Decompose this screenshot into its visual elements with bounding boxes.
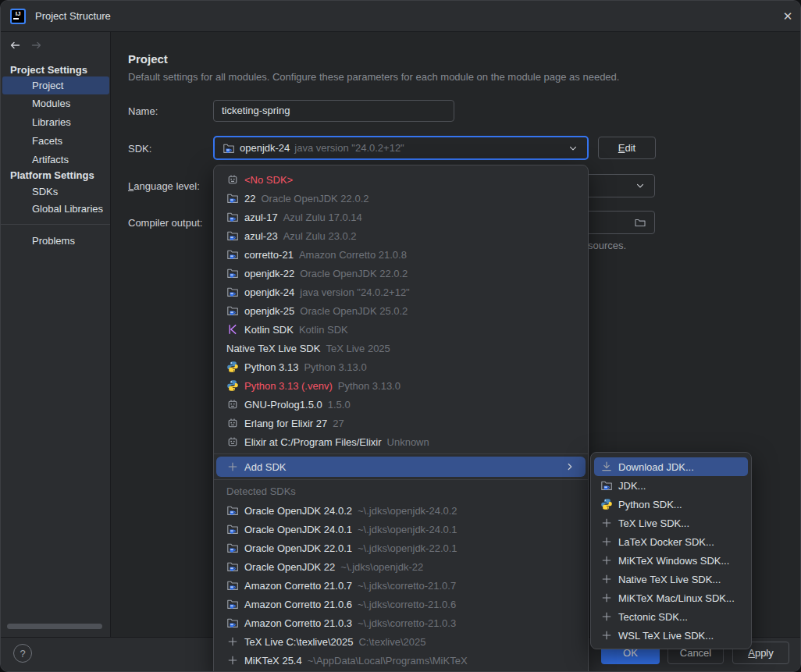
sdk-option[interactable]: 22Oracle OpenJDK 22.0.2 <box>214 189 588 208</box>
sdk-version: Azul Zulu 23.0.2 <box>283 230 357 242</box>
detected-sdk-option[interactable]: Oracle OpenJDK 24.0.2~\.jdks\openjdk-24.… <box>214 501 588 520</box>
add-sdk-menu-item[interactable]: Tectonic SDK... <box>594 607 748 626</box>
sdk-option[interactable]: openjdk-24java version "24.0.2+12" <box>214 283 588 301</box>
forward-arrow-icon[interactable] <box>30 39 43 52</box>
menu-item-label: TeX Live SDK... <box>618 517 689 529</box>
menu-item-label: MiKTeX Mac/Linux SDK... <box>618 592 735 604</box>
page-description: Default settings for all modules. Config… <box>128 71 619 83</box>
add-sdk-menu-item[interactable]: MiKTeX Windows SDK... <box>594 551 748 570</box>
sdk-name: 22 <box>244 193 255 204</box>
add-sdk-menu-item[interactable]: WSL TeX Live SDK... <box>594 626 748 645</box>
sdk-name: Amazon Corretto 21.0.7 <box>244 580 352 592</box>
sdk-option[interactable]: Kotlin SDKKotlin SDK <box>214 320 588 339</box>
sidebar-item-artifacts[interactable]: Artifacts <box>2 151 109 169</box>
python-icon <box>600 498 613 510</box>
sdk-name: Amazon Corretto 21.0.3 <box>244 617 352 629</box>
sdk-version: java version "24.0.2+12" <box>300 286 409 298</box>
sidebar-item-libraries[interactable]: Libraries <box>2 113 109 131</box>
sidebar-item-global-libraries[interactable]: Global Libraries <box>2 200 109 218</box>
sdk-icon <box>226 173 239 186</box>
detected-sdks-header: Detected SDKs <box>214 482 588 501</box>
add-sdk-menu-item[interactable]: MiKTeX Mac/Linux SDK... <box>594 588 748 607</box>
project-name-input[interactable]: ticketing-spring <box>213 100 454 122</box>
menu-item-label: MiKTeX Windows SDK... <box>618 555 729 567</box>
sdk-option[interactable]: Erlang for Elixir 2727 <box>214 414 588 432</box>
sdk-option[interactable]: Native TeX Live SDKTeX Live 2025 <box>214 339 588 357</box>
sidebar-item-sdks[interactable]: SDKs <box>2 183 109 201</box>
python-icon <box>226 379 239 392</box>
detected-sdk-option[interactable]: Oracle OpenJDK 22.0.1~\.jdks\openjdk-22.… <box>214 539 588 557</box>
sidebar-item-facets[interactable]: Facets <box>2 132 109 150</box>
jdk-icon <box>226 267 239 279</box>
sdk-selected-version: java version "24.0.2+12" <box>294 142 404 154</box>
sdk-option[interactable]: Elixir at C:/Program Files/ElixirUnknown <box>214 432 588 451</box>
sidebar-item-modules[interactable]: Modules <box>2 94 109 112</box>
add-sdk-label: Add SDK <box>244 461 286 473</box>
jdk-icon <box>226 211 239 223</box>
add-sdk-item[interactable]: Add SDK <box>216 457 586 477</box>
sdk-version: ~\.jdks\corretto-21.0.7 <box>358 580 456 592</box>
sdk-name: Oracle OpenJDK 22.0.1 <box>244 542 352 554</box>
sdk-version: ~\AppData\Local\Programs\MiKTeX <box>308 655 468 667</box>
chevron-right-icon <box>564 460 576 473</box>
add-sdk-menu-item[interactable]: JDK... <box>594 476 748 495</box>
menu-item-label: WSL TeX Live SDK... <box>618 630 714 642</box>
jdk-icon <box>226 579 239 592</box>
detected-sdk-option[interactable]: Amazon Corretto 21.0.3~\.jdks\corretto-2… <box>214 613 588 632</box>
add-sdk-menu-item[interactable]: Native TeX Live SDK... <box>594 570 748 588</box>
name-label: Name: <box>128 105 158 117</box>
sdk-version: 1.5.0 <box>328 399 351 411</box>
sidebar-horizontal-scrollbar[interactable] <box>7 624 102 629</box>
detected-sdk-option[interactable]: Oracle OpenJDK 24.0.1~\.jdks\openjdk-24.… <box>214 520 588 539</box>
detected-sdk-option[interactable]: MiKTeX 25.4~\AppData\Local\Programs\MiKT… <box>214 651 588 670</box>
sdk-option[interactable]: corretto-21Amazon Corretto 21.0.8 <box>214 245 588 264</box>
sdk-option[interactable]: <No SDK> <box>214 170 588 189</box>
sidebar: Project Settings Project Modules Librari… <box>1 32 111 637</box>
back-arrow-icon[interactable] <box>9 39 21 52</box>
add-sdk-menu-item[interactable]: Python SDK... <box>594 495 748 514</box>
sdk-version: ~\.jdks\corretto-21.0.6 <box>358 599 456 610</box>
sdk-option[interactable]: azul-23Azul Zulu 23.0.2 <box>214 226 588 245</box>
detected-sdk-option[interactable]: Amazon Corretto 21.0.7~\.jdks\corretto-2… <box>214 576 588 595</box>
edit-sdk-button[interactable]: Edit <box>598 137 656 159</box>
intellij-logo-icon: IJ <box>10 9 26 24</box>
detected-sdk-option[interactable]: Oracle OpenJDK 22~\.jdks\openjdk-22 <box>214 557 588 576</box>
sdk-icon <box>226 398 239 411</box>
sidebar-item-problems[interactable]: Problems <box>2 232 109 250</box>
sdk-selected-name: openjdk-24 <box>240 142 290 154</box>
sdk-option[interactable]: openjdk-25Oracle OpenJDK 25.0.2 <box>214 301 588 320</box>
jdk-icon <box>226 523 239 535</box>
detected-sdk-option[interactable]: TeX Live C:\texlive\2025C:\texlive\2025 <box>214 632 588 651</box>
jdk-icon <box>226 504 239 517</box>
sdk-combobox[interactable]: openjdk-24 java version "24.0.2+12" <box>213 136 589 160</box>
jdk-icon <box>226 598 239 610</box>
sdk-option-list: <No SDK>22Oracle OpenJDK 22.0.2azul-17Az… <box>214 170 588 451</box>
sdk-option[interactable]: GNU-Prolog1.5.01.5.0 <box>214 395 588 414</box>
add-sdk-menu-item[interactable]: LaTeX Docker SDK... <box>594 532 748 551</box>
sdk-name: MiKTeX 25.4 <box>244 655 302 667</box>
sdk-name: Erlang for Elixir 27 <box>244 418 327 429</box>
sdk-version: ~\.jdks\openjdk-22.0.1 <box>358 542 457 554</box>
add-sdk-menu-item[interactable]: TeX Live SDK... <box>594 514 748 532</box>
sdk-option[interactable]: azul-17Azul Zulu 17.0.14 <box>214 208 588 226</box>
sdk-name: <No SDK> <box>244 174 293 186</box>
sdk-icon <box>226 417 239 429</box>
sidebar-divider <box>1 224 110 225</box>
sidebar-item-project[interactable]: Project <box>2 76 109 94</box>
menu-item-label: Python SDK... <box>618 499 682 510</box>
sdk-version: Kotlin SDK <box>299 324 348 336</box>
jdk-icon <box>226 192 239 204</box>
popup-divider <box>214 479 588 480</box>
sdk-version: ~\.jdks\openjdk-24.0.1 <box>358 524 457 535</box>
project-structure-dialog: IJ Project Structure ✕ Project Settings … <box>0 0 801 672</box>
help-icon[interactable]: ? <box>13 644 32 663</box>
sdk-option[interactable]: openjdk-22Oracle OpenJDK 22.0.2 <box>214 264 588 283</box>
sdk-option[interactable]: Python 3.13 (.venv)Python 3.13.0 <box>214 376 588 395</box>
close-icon[interactable]: ✕ <box>778 7 797 26</box>
add-sdk-menu-item[interactable]: Download JDK... <box>594 457 748 476</box>
plus-icon <box>226 654 239 667</box>
sdk-name: Native TeX Live SDK <box>226 343 320 354</box>
window-title: Project Structure <box>35 10 111 22</box>
detected-sdk-option[interactable]: Amazon Corretto 21.0.6~\.jdks\corretto-2… <box>214 595 588 613</box>
sdk-option[interactable]: Python 3.13Python 3.13.0 <box>214 357 588 376</box>
